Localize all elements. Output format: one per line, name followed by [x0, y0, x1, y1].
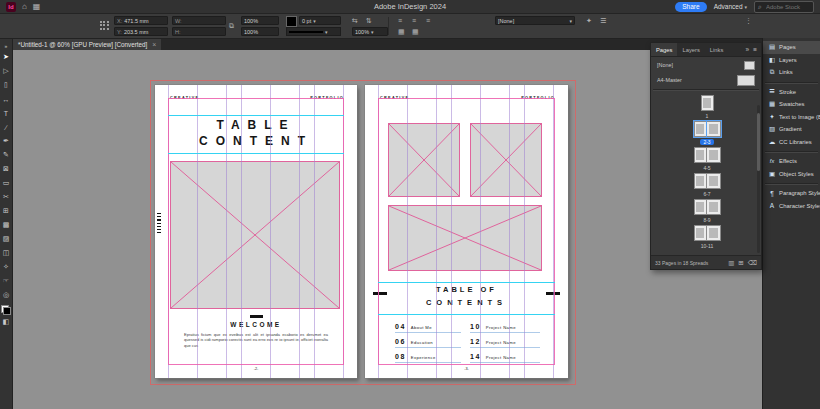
collapse-tools-icon[interactable]: » — [0, 41, 13, 50]
scale-x-field[interactable]: 100% — [241, 16, 279, 25]
control-menu-icon[interactable]: ⋮ — [745, 16, 752, 25]
tab-pages[interactable]: Pages — [651, 43, 677, 56]
welcome-body-text[interactable]: Epratius ficium que ex eveibus est alit … — [184, 332, 328, 348]
pen-tool[interactable]: ✒ — [0, 134, 13, 148]
dock-item-pages[interactable]: ▤ Pages — [763, 41, 820, 54]
zoom-tool[interactable]: ◎ — [0, 288, 13, 302]
align-right-icon[interactable]: ≡ — [426, 16, 430, 25]
adobe-stock-search[interactable]: ⌕ — [754, 1, 814, 13]
image-frame[interactable] — [470, 123, 542, 197]
search-input[interactable] — [764, 3, 810, 11]
direct-selection-tool[interactable]: ▷ — [0, 64, 13, 78]
tab-layers[interactable]: Layers — [677, 43, 704, 56]
screen-mode-icon[interactable]: ◧ — [0, 315, 13, 329]
constrain-proportions-icon[interactable]: ⧉ — [229, 21, 234, 30]
spread-view-icon[interactable]: ▥ — [728, 259, 734, 267]
page-thumbnail-4-5[interactable]: 4-5 — [651, 147, 763, 171]
home-icon[interactable]: ⌂ — [22, 2, 27, 12]
toc-entry[interactable]: 10 Project Name — [470, 323, 540, 333]
note-tool[interactable]: ◫ — [0, 246, 13, 260]
toc-entry[interactable]: 12 Project Name — [470, 338, 540, 348]
image-frame[interactable] — [170, 161, 340, 309]
panel-options-icon[interactable]: ☰ — [600, 16, 606, 25]
dock-item-object-styles[interactable]: ▣ Object Styles — [763, 168, 820, 181]
toc-entry[interactable]: 06 Education — [395, 338, 461, 348]
gradient-feather-tool[interactable]: ▨ — [0, 232, 13, 246]
dock-item-effects[interactable]: fx Effects — [763, 155, 820, 168]
page-tool[interactable]: ▯ — [0, 78, 13, 92]
document-tab[interactable]: *Untitled-1 @ 60% [GPU Preview] [Convert… — [13, 38, 161, 50]
toc-entry[interactable]: 08 Experience — [395, 353, 461, 363]
pencil-tool[interactable]: ✎ — [0, 148, 13, 162]
panel-menu-icon[interactable]: ≡ — [753, 46, 757, 53]
gradient-tool[interactable]: ▩ — [0, 218, 13, 232]
workspace-switcher[interactable]: Advanced ▾ — [714, 3, 747, 10]
header-text[interactable]: PORTFOLIO — [521, 96, 555, 100]
effects-menu-icon[interactable]: ✦ — [586, 16, 592, 25]
toc-entry[interactable]: 04 About Me — [395, 323, 461, 333]
flip-horizontal-icon[interactable]: ⇆ — [352, 16, 358, 25]
gap-tool[interactable]: ↔ — [0, 92, 13, 106]
dock-item-stroke[interactable]: 〓 Stroke — [763, 86, 820, 99]
align-center-icon[interactable]: ≡ — [412, 16, 416, 25]
panel-collapse-icon[interactable]: » — [746, 46, 750, 53]
width-field[interactable]: W: — [172, 16, 226, 25]
fill-stroke-proxy[interactable] — [1, 305, 11, 315]
frame-tool[interactable]: ⊠ — [0, 162, 13, 176]
hand-tool[interactable]: ☞ — [0, 274, 13, 288]
opacity-field[interactable]: 100% ▾ — [352, 27, 388, 36]
apps-grid-icon[interactable]: ▦ — [33, 2, 41, 12]
image-frame[interactable] — [388, 123, 460, 197]
stroke-weight-field[interactable]: 0 pt ▾ — [299, 16, 341, 25]
height-field[interactable]: H: — [172, 27, 226, 36]
header-text[interactable]: PORTFOLIO — [310, 96, 344, 100]
page-thumbnail-8-9[interactable]: 8-9 — [651, 199, 763, 223]
page-title[interactable]: CONTENT — [155, 134, 357, 148]
object-style-dropdown[interactable]: [None] ▾ — [495, 16, 575, 25]
right-page[interactable]: CREATIVE PORTFOLIO TABLE OF CO — [365, 85, 568, 378]
dock-item-layers[interactable]: ◧ Layers — [763, 54, 820, 67]
stroke-color-swatch[interactable] — [286, 16, 297, 27]
x-position-field[interactable]: X: 471.5 mm — [114, 16, 168, 25]
rectangle-tool[interactable]: ▭ — [0, 176, 13, 190]
free-transform-tool[interactable]: ⊞ — [0, 204, 13, 218]
page-title[interactable]: TABLE — [155, 118, 357, 132]
tab-links[interactable]: Links — [705, 43, 729, 56]
header-text[interactable]: CREATIVE — [380, 96, 409, 100]
page-thumbnail-2-3[interactable]: 2-3 — [651, 121, 763, 145]
selection-tool[interactable]: ➤ — [0, 50, 13, 64]
reference-point-proxy[interactable] — [99, 20, 110, 31]
dock-item-character-styles[interactable]: A Character Styles — [763, 200, 820, 213]
share-button[interactable]: Share — [675, 2, 706, 12]
page-thumbnail-1[interactable]: 1 — [651, 95, 763, 119]
corner-options-icon[interactable]: ▦ — [412, 27, 419, 36]
dock-item-paragraph-styles[interactable]: ¶ Paragraph Styles — [763, 187, 820, 200]
toc-heading[interactable]: CONTENTS — [365, 298, 568, 307]
dock-item-text-to-image[interactable]: ✦ Text to Image (Bet... — [763, 111, 820, 124]
image-frame[interactable] — [388, 205, 542, 271]
text-wrap-icon[interactable]: ▦ — [398, 27, 405, 36]
delete-page-icon[interactable]: ⌫ — [748, 259, 757, 267]
flip-vertical-icon[interactable]: ⇅ — [366, 16, 372, 25]
page-thumbnail-6-7[interactable]: 6-7 — [651, 173, 763, 197]
pages-scrollbar[interactable] — [757, 105, 760, 253]
new-page-icon[interactable]: ⊞ — [738, 259, 743, 267]
toc-heading[interactable]: TABLE OF — [365, 285, 568, 294]
dock-item-links[interactable]: ⧉ Links — [763, 66, 820, 79]
scissors-tool[interactable]: ✂ — [0, 190, 13, 204]
header-text[interactable]: CREATIVE — [170, 96, 199, 100]
align-left-icon[interactable]: ≡ — [398, 16, 402, 25]
toc-entry[interactable]: 14 Project Name — [470, 353, 540, 363]
master-page-none[interactable]: [None] — [651, 58, 761, 72]
dock-item-swatches[interactable]: ▦ Swatches — [763, 98, 820, 111]
stroke-style-dropdown[interactable]: ▾ — [286, 27, 341, 36]
welcome-heading[interactable]: WELCOME — [155, 321, 357, 328]
y-position-field[interactable]: Y: 203.5 mm — [114, 27, 168, 36]
left-page[interactable]: CREATIVE PORTFOLIO TABLE CONTENT WELCOME… — [155, 85, 357, 378]
dock-item-cc-libraries[interactable]: ☁ CC Libraries — [763, 136, 820, 149]
scale-y-field[interactable]: 100% — [241, 27, 279, 36]
dock-item-gradient[interactable]: ▨ Gradient — [763, 123, 820, 136]
type-tool[interactable]: T — [0, 106, 13, 120]
page-thumbnail-10-11[interactable]: 10-11 — [651, 225, 763, 249]
master-page-a4[interactable]: A4-Master — [651, 73, 761, 87]
